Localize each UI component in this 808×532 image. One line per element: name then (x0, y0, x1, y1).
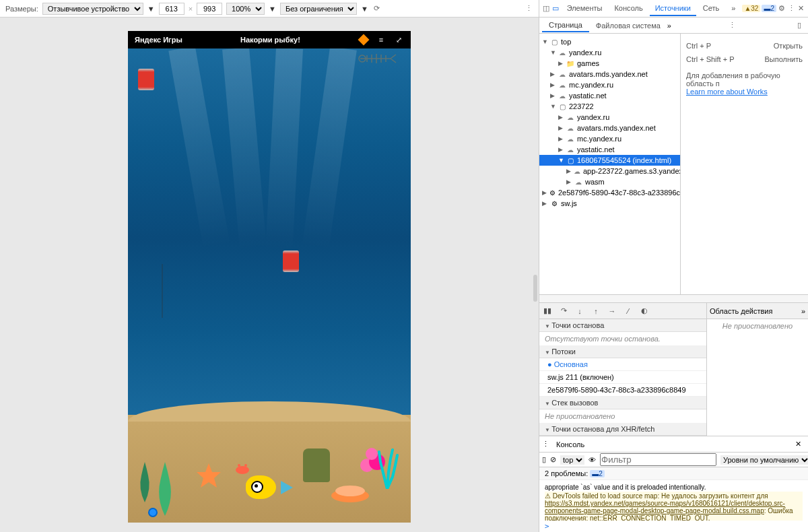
tree-top[interactable]: ▼▢top (539, 36, 680, 47)
console-close-icon[interactable]: ✕ (791, 440, 805, 448)
game-canvas[interactable] (128, 48, 411, 523)
subtab-filesystem[interactable]: Файловая система (589, 20, 667, 32)
inspect-icon[interactable]: ◫ (542, 3, 550, 15)
debugger-toolbar: ▮▮ ↷ ↓ ↑ → ⁄ ◐ (539, 303, 706, 319)
horizontal-scrollbar[interactable] (539, 294, 808, 302)
tab-console[interactable]: Консоль (609, 1, 648, 16)
preview-area: Яндекс Игры Накорми рыбку! ≡ ⤢ (0, 18, 539, 532)
warnings-badge[interactable]: ▲32 (742, 5, 760, 12)
xhr-section[interactable]: Точки останова для XHR/fetch (539, 423, 706, 436)
more-icon[interactable]: ⋮ (524, 4, 533, 13)
workspace-hint: Для добавления в рабочую область п (686, 71, 803, 88)
console-filter-input[interactable] (600, 453, 716, 466)
callstack-empty: Не приостановлено (539, 409, 706, 423)
tab-more[interactable]: » (726, 1, 741, 16)
scope-label: Область действия (710, 307, 772, 315)
devtools-header: ◫ ▭ Элементы Консоль Источники Сеть » ▲3… (539, 0, 808, 18)
svg-point-8 (244, 464, 247, 467)
problems-bar[interactable]: 2 проблемы: ▬2 (539, 467, 808, 480)
console-prompt[interactable]: > (539, 521, 808, 532)
tree-mc[interactable]: ▶☁mc.yandex.ru (539, 79, 680, 90)
console-clear-icon[interactable]: ⊘ (550, 455, 556, 464)
player-fish[interactable] (246, 475, 286, 502)
subtab-page[interactable]: Страница (542, 19, 589, 32)
pause-exceptions-icon[interactable]: ◐ (639, 306, 650, 317)
console-sidebar-icon[interactable]: ▯ (542, 455, 546, 464)
deactivate-icon[interactable]: ⁄ (623, 306, 634, 317)
tree-yastatic2[interactable]: ▶☁yastatic.net (539, 144, 680, 155)
zoom-select[interactable]: 100% (226, 3, 265, 15)
kebab-icon[interactable]: ⋮ (787, 3, 795, 15)
game-menu-icon[interactable]: ≡ (376, 34, 386, 45)
tree-yastatic[interactable]: ▶☁yastatic.net (539, 90, 680, 101)
scope-toolbar: Область действия » (707, 303, 808, 319)
tree-mc2[interactable]: ▶☁mc.yandex.ru (539, 133, 680, 144)
levels-select[interactable]: Уровни по умолчанию (720, 455, 808, 465)
tree-indexhtml[interactable]: ▼▢1680675545524 (index.html) (539, 155, 680, 166)
shortcut-action: Открыть (774, 42, 803, 50)
thread-sw[interactable]: sw.js 211 (включен) (539, 371, 706, 384)
tree-avatars2[interactable]: ▶☁avatars.mds.yandex.net (539, 123, 680, 133)
tree-games[interactable]: ▶📁games (539, 58, 680, 69)
thread-worker[interactable]: 2e5879f6-5890-43c7-88c3-a233896c8849 (539, 384, 706, 397)
tree-wasm[interactable]: ▶☁wasm (539, 176, 680, 187)
context-select[interactable]: top (560, 455, 584, 465)
console-title: Консоль (553, 440, 587, 448)
dropdown-arrow-icon: ▼ (147, 5, 155, 13)
thread-main[interactable]: Основная (539, 358, 706, 371)
callstack-section[interactable]: Стек вызовов (539, 397, 706, 409)
device-type-select[interactable]: Отзывчивое устройство (42, 3, 143, 15)
shortcut-action: Выполнить (765, 55, 803, 63)
breakpoints-section[interactable]: Точки останова (539, 319, 706, 332)
fishbone-sprite (357, 52, 397, 65)
tab-network[interactable]: Сеть (698, 1, 725, 16)
subtab-kebab[interactable]: ⋮ (725, 21, 740, 30)
rotate-icon[interactable]: ⟳ (372, 4, 382, 13)
console-kebab[interactable]: ⋮ (542, 440, 549, 448)
learn-more-link[interactable]: Learn more about Works (686, 88, 803, 96)
height-input[interactable] (197, 3, 222, 15)
step-out-icon[interactable]: ↑ (591, 306, 601, 317)
resize-handle[interactable] (533, 275, 537, 302)
tree-worker[interactable]: ▶⚙2e5879f6-5890-43c7-88c3-a233896c8849 (539, 187, 680, 198)
pause-icon[interactable]: ▮▮ (542, 306, 553, 317)
file-tree[interactable]: ▼▢top ▼☁yandex.ru ▶📁games ▶☁avatars.mds.… (539, 34, 681, 294)
source-info-pane: Ctrl + PОткрыть Ctrl + Shift + PВыполнит… (681, 34, 808, 294)
tree-frame[interactable]: ▼▢223722 (539, 101, 680, 112)
tree-avatars[interactable]: ▶☁avatars.mds.yandex.net (539, 69, 680, 79)
toggle-sidebar-icon[interactable]: ▯ (793, 21, 805, 30)
device-toolbar: Размеры: Отзывчивое устройство ▼ × 100% … (0, 0, 539, 18)
device-frame: Яндекс Игры Накорми рыбку! ≡ ⤢ (128, 31, 411, 523)
starfish-sprite (195, 462, 222, 489)
tree-swjs[interactable]: ▶⚙sw.js (539, 198, 680, 209)
info-badge[interactable]: ▬2 (762, 5, 776, 12)
step-icon[interactable]: → (607, 306, 617, 317)
throttle-select[interactable]: Без ограничения (280, 3, 357, 15)
game-diamond-icon[interactable] (358, 34, 369, 45)
step-over-icon[interactable]: ↷ (558, 306, 569, 317)
tree-appgames[interactable]: ▶☁app-223722.games.s3.yandex.net (539, 166, 680, 176)
subtab-more[interactable]: » (667, 22, 671, 30)
threads-section[interactable]: Потоки (539, 345, 706, 358)
scope-empty: Не приостановлено (707, 319, 808, 333)
tab-elements[interactable]: Элементы (562, 1, 608, 16)
debugger-panel: ▮▮ ↷ ↓ ↑ → ⁄ ◐ Точки останова Отсутствую… (539, 302, 808, 436)
settings-icon[interactable]: ⚙ (778, 3, 786, 15)
width-input[interactable] (159, 3, 184, 15)
scope-more[interactable]: » (801, 307, 805, 315)
dropdown-arrow-icon: ▼ (361, 5, 368, 13)
progress-dot (148, 508, 158, 517)
tab-sources[interactable]: Источники (650, 1, 696, 16)
tree-yandex[interactable]: ▼☁yandex.ru (539, 47, 680, 58)
seafloor (128, 415, 411, 523)
coral-sprite (330, 479, 370, 502)
tree-yandex2[interactable]: ▶☁yandex.ru (539, 112, 680, 123)
game-expand-icon[interactable]: ⤢ (393, 34, 404, 45)
eye-icon[interactable]: 👁 (588, 456, 596, 464)
sources-body: ▼▢top ▼☁yandex.ru ▶📁games ▶☁avatars.mds.… (539, 34, 808, 294)
device-toggle-icon[interactable]: ▭ (551, 3, 560, 15)
console-output[interactable]: appropriate `as` value and it is preload… (539, 480, 808, 521)
game-title: Накорми рыбку! (189, 36, 351, 44)
step-into-icon[interactable]: ↓ (574, 306, 585, 317)
close-icon[interactable]: ✕ (797, 3, 805, 15)
